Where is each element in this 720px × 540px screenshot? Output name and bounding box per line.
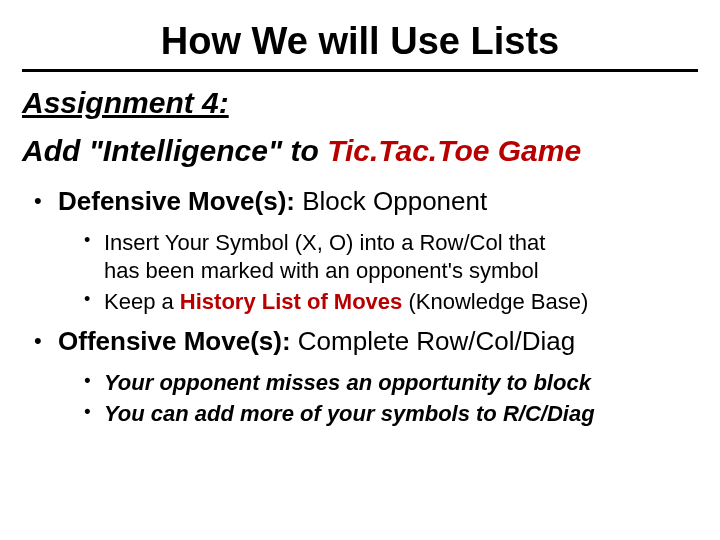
- defensive-sub2-suffix: (Knowledge Base): [402, 289, 588, 314]
- defensive-text: Block Opponent: [295, 186, 487, 216]
- defensive-sub1-line1: Insert Your Symbol (X, O) into a Row/Col…: [104, 230, 545, 255]
- offensive-text: Complete Row/Col/Diag: [291, 326, 576, 356]
- bullets-level1: Defensive Move(s): Block Opponent Insert…: [22, 186, 698, 428]
- defensive-sublist: Insert Your Symbol (X, O) into a Row/Col…: [80, 229, 698, 316]
- subtitle-prefix: Add "Intelligence" to: [22, 134, 327, 167]
- slide-title: How We will Use Lists: [22, 20, 698, 63]
- defensive-sub2-red: History List of Moves: [180, 289, 402, 314]
- defensive-sub1-line2: has been marked with an opponent's symbo…: [104, 258, 539, 283]
- offensive-sublist: Your opponent misses an opportunity to b…: [80, 369, 698, 428]
- offensive-label: Offensive Move(s):: [58, 326, 291, 356]
- offensive-sub1: Your opponent misses an opportunity to b…: [80, 369, 698, 397]
- subtitle: Add "Intelligence" to Tic.Tac.Toe Game: [22, 134, 698, 168]
- defensive-sub1: Insert Your Symbol (X, O) into a Row/Col…: [80, 229, 698, 284]
- defensive-item: Defensive Move(s): Block Opponent Insert…: [22, 186, 698, 316]
- offensive-sub2: You can add more of your symbols to R/C/…: [80, 400, 698, 428]
- defensive-sub2: Keep a History List of Moves (Knowledge …: [80, 288, 698, 316]
- assignment-heading: Assignment 4:: [22, 86, 698, 120]
- subtitle-red: Tic.Tac.Toe Game: [327, 134, 581, 167]
- slide: How We will Use Lists Assignment 4: Add …: [0, 0, 720, 540]
- defensive-label: Defensive Move(s):: [58, 186, 295, 216]
- offensive-item: Offensive Move(s): Complete Row/Col/Diag…: [22, 326, 698, 428]
- title-divider: [22, 69, 698, 72]
- defensive-sub2-prefix: Keep a: [104, 289, 180, 314]
